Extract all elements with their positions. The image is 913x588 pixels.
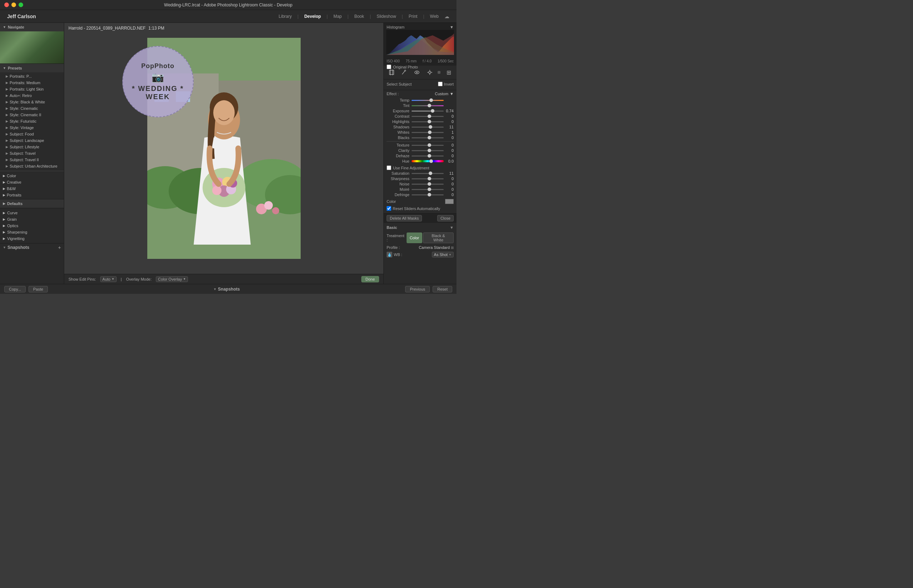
preset-group-color[interactable]: ▶Color	[0, 173, 64, 179]
close-button[interactable]	[4, 3, 9, 7]
whites-thumb[interactable]	[428, 131, 431, 134]
module-develop[interactable]: Develop	[304, 14, 321, 19]
done-button[interactable]: Done	[361, 276, 379, 283]
right-panel: Histogram ▼	[383, 23, 457, 284]
tool-optics[interactable]: ▶Optics	[3, 223, 61, 229]
highlights-thumb[interactable]	[428, 120, 431, 123]
tool-grain[interactable]: ▶Grain	[3, 216, 61, 223]
preset-item-portraits-p[interactable]: ▶Portraits: P...	[0, 73, 64, 79]
saturation-thumb[interactable]	[429, 171, 432, 175]
module-web[interactable]: Web	[430, 14, 439, 19]
bw-treatment-button[interactable]: Black & White	[423, 233, 454, 243]
show-edit-pins-dropdown[interactable]: Auto ▼	[100, 276, 116, 282]
reset-button[interactable]: Reset	[433, 286, 452, 292]
preset-item-portraits-med[interactable]: ▶Portraits: Medium	[0, 79, 64, 86]
maximize-button[interactable]	[19, 3, 23, 7]
preset-item-subject-travel[interactable]: ▶Subject: Travel	[0, 150, 64, 157]
dehaze-slider[interactable]	[412, 155, 444, 157]
moire-slider[interactable]	[412, 189, 444, 190]
tool-sharpening[interactable]: ▶Sharpening	[3, 229, 61, 235]
sharpness-slider[interactable]	[412, 178, 444, 179]
hue-slider[interactable]	[412, 160, 444, 162]
paste-button[interactable]: Paste	[29, 286, 48, 292]
reset-sliders-checkbox[interactable]	[386, 206, 391, 211]
contrast-slider[interactable]	[412, 116, 444, 117]
exposure-slider[interactable]	[412, 111, 444, 111]
close-mask-button[interactable]: Close	[437, 215, 454, 221]
minimize-button[interactable]	[11, 3, 16, 7]
preset-item-auto-retro[interactable]: ▶Auto+: Retro	[0, 92, 64, 99]
preset-item-style-cinematic2[interactable]: ▶Style: Cinematic II	[0, 111, 64, 118]
clarity-label: Clarity	[386, 149, 412, 153]
overlay-mode-label: Overlay Mode:	[126, 277, 152, 281]
module-map[interactable]: Map	[333, 14, 342, 19]
tint-thumb[interactable]	[428, 104, 431, 107]
preset-item-subject-landscape[interactable]: ▶Subject: Landscape	[0, 137, 64, 144]
defringe-thumb[interactable]	[428, 193, 431, 197]
module-book[interactable]: Book	[354, 14, 364, 19]
effect-dropdown-arrow[interactable]: ▼	[450, 92, 454, 96]
select-subject-label[interactable]: Select Subject	[386, 82, 412, 86]
saturation-slider[interactable]	[412, 173, 444, 174]
preset-item-subject-travel2[interactable]: ▶Subject: Travel II	[0, 157, 64, 163]
whites-slider-row: Whites 1	[386, 130, 454, 134]
texture-thumb[interactable]	[428, 143, 431, 147]
exposure-thumb[interactable]	[431, 109, 435, 113]
preset-item-style-futuristic[interactable]: ▶Style: Futuristic	[0, 118, 64, 124]
contrast-thumb[interactable]	[428, 115, 431, 118]
clarity-thumb[interactable]	[428, 149, 431, 152]
tool-curve[interactable]: ▶Curve	[3, 210, 61, 216]
preset-item-subject-urban[interactable]: ▶Subject: Urban Architecture	[0, 163, 64, 170]
preset-group-creative[interactable]: ▶Creative	[0, 179, 64, 186]
shadows-thumb[interactable]	[429, 125, 432, 129]
defaults-header[interactable]: ▶ Defaults	[0, 199, 64, 208]
noise-slider[interactable]	[412, 184, 444, 185]
preset-group-bw[interactable]: ▶B&W	[0, 186, 64, 192]
basic-expand[interactable]: ▼	[450, 225, 454, 229]
color-treatment-button[interactable]: Color	[407, 233, 422, 243]
app-bottom-bar: Copy... Paste ▼ Snapshots Previous Reset	[0, 284, 457, 294]
preset-item-portraits-light[interactable]: ▶Portraits: Light Skin	[0, 86, 64, 92]
preset-item-subject-food[interactable]: ▶Subject: Food	[0, 131, 64, 137]
tool-vignetting[interactable]: ▶Vignetting	[3, 235, 61, 242]
snapshots-add-button[interactable]: +	[58, 245, 61, 250]
preset-item-subject-lifestyle[interactable]: ▶Subject: Lifestyle	[0, 144, 64, 150]
blacks-thumb[interactable]	[428, 136, 431, 139]
module-library[interactable]: Library	[278, 14, 292, 19]
preset-item-style-vintage[interactable]: ▶Style: Vintage	[0, 124, 64, 131]
temp-slider[interactable]	[412, 100, 444, 101]
module-print[interactable]: Print	[409, 14, 418, 19]
noise-thumb[interactable]	[428, 182, 431, 186]
tint-slider[interactable]	[412, 105, 444, 106]
defringe-slider[interactable]	[412, 194, 444, 195]
sharpness-thumb[interactable]	[428, 177, 431, 181]
original-photo-checkbox[interactable]	[386, 65, 391, 69]
wb-dropdown[interactable]: As Shot ▼	[432, 252, 454, 257]
shadows-slider[interactable]	[412, 127, 444, 128]
profile-grid-icon[interactable]: ⊞	[451, 246, 454, 250]
preset-group-portraits[interactable]: ▶Portraits	[0, 192, 64, 198]
dehaze-thumb[interactable]	[428, 154, 431, 158]
hue-thumb[interactable]	[430, 159, 433, 163]
whites-slider[interactable]	[412, 132, 444, 133]
temp-thumb[interactable]	[430, 99, 433, 102]
navigator-header[interactable]: ▼ Navigate	[0, 23, 64, 31]
copy-button[interactable]: Copy...	[4, 286, 26, 292]
color-swatch[interactable]	[445, 199, 454, 204]
blacks-slider[interactable]	[412, 137, 444, 138]
overlay-mode-dropdown[interactable]: Color Overlay ▼	[156, 276, 188, 282]
clarity-slider[interactable]	[412, 150, 444, 151]
presets-header[interactable]: ▼ Presets	[0, 64, 64, 73]
invert-checkbox[interactable]	[438, 82, 443, 86]
previous-button[interactable]: Previous	[405, 286, 430, 292]
texture-slider[interactable]	[412, 145, 444, 146]
module-slideshow[interactable]: Slideshow	[377, 14, 396, 19]
fine-adjustment-checkbox[interactable]	[386, 165, 391, 170]
moire-thumb[interactable]	[428, 187, 431, 191]
shadows-value: 11	[444, 125, 454, 129]
highlights-slider[interactable]	[412, 121, 444, 122]
delete-all-masks-button[interactable]: Delete All Masks	[386, 215, 422, 221]
preset-item-style-bw[interactable]: ▶Style: Black & White	[0, 99, 64, 105]
wb-dropper-icon[interactable]: 💧	[386, 252, 392, 257]
preset-item-style-cinematic[interactable]: ▶Style: Cinematic	[0, 105, 64, 111]
